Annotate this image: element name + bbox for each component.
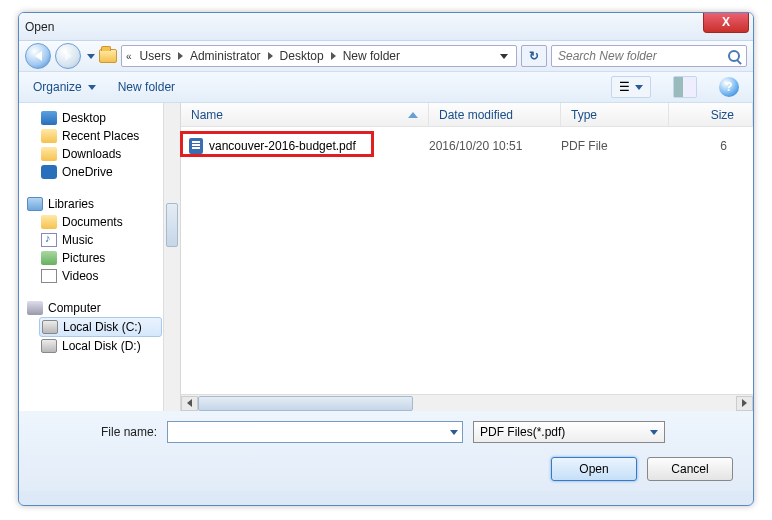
file-name: vancouver-2016-budget.pdf [209, 139, 356, 153]
tree-label: Desktop [62, 111, 106, 125]
breadcrumb-users[interactable]: Users [138, 49, 173, 63]
open-button[interactable]: Open [551, 457, 637, 481]
libraries-icon [27, 197, 43, 211]
nav-tree: Desktop Recent Places Downloads OneDrive… [19, 103, 181, 411]
scroll-left-button[interactable] [181, 396, 198, 411]
filename-label: File name: [37, 425, 157, 439]
file-pane: Name Date modified Type Size vancouver-2… [181, 103, 753, 411]
search-icon [728, 50, 740, 62]
organize-menu[interactable]: Organize [33, 80, 96, 94]
chevron-down-icon [635, 85, 643, 90]
organize-label: Organize [33, 80, 82, 94]
recent-icon [41, 129, 57, 143]
tree-music[interactable]: Music [19, 231, 180, 249]
col-date[interactable]: Date modified [429, 103, 561, 126]
tree-label: Pictures [62, 251, 105, 265]
breadcrumb-overflow-icon[interactable]: « [126, 51, 132, 62]
breadcrumb-desktop[interactable]: Desktop [278, 49, 326, 63]
horizontal-scrollbar[interactable] [181, 394, 753, 411]
cancel-button[interactable]: Cancel [647, 457, 733, 481]
tree-videos[interactable]: Videos [19, 267, 180, 285]
disk-icon [41, 339, 57, 353]
tree-scrollbar[interactable] [163, 103, 180, 411]
scroll-track[interactable] [198, 396, 736, 411]
music-icon [41, 233, 57, 247]
search-box[interactable] [551, 45, 747, 67]
col-label: Name [191, 108, 223, 122]
col-name[interactable]: Name [181, 103, 429, 126]
tree-computer[interactable]: Computer [19, 299, 180, 317]
filename-input[interactable] [168, 425, 444, 439]
cloud-icon [41, 165, 57, 179]
refresh-button[interactable]: ↻ [521, 45, 547, 67]
downloads-icon [41, 147, 57, 161]
preview-pane-button[interactable] [673, 76, 697, 98]
tree-label: Local Disk (C:) [63, 320, 142, 334]
titlebar: Open X [19, 13, 753, 41]
tree-disk-d[interactable]: Local Disk (D:) [19, 337, 180, 355]
filename-combo[interactable] [167, 421, 463, 443]
view-mode-button[interactable]: ☰ [611, 76, 651, 98]
triangle-right-icon [742, 399, 747, 407]
breadcrumb[interactable]: « Users Administrator Desktop New folder [121, 45, 517, 67]
chevron-right-icon [268, 52, 273, 60]
triangle-left-icon [187, 399, 192, 407]
tree-desktop[interactable]: Desktop [19, 109, 180, 127]
breadcrumb-dropdown-icon[interactable] [500, 54, 508, 59]
tree-pictures[interactable]: Pictures [19, 249, 180, 267]
tree-recent[interactable]: Recent Places [19, 127, 180, 145]
new-folder-button[interactable]: New folder [118, 80, 175, 94]
back-button[interactable] [25, 43, 51, 69]
tree-documents[interactable]: Documents [19, 213, 180, 231]
scrollbar-thumb[interactable] [166, 203, 178, 247]
history-dropdown[interactable] [87, 54, 95, 59]
videos-icon [41, 269, 57, 283]
forward-button[interactable] [55, 43, 81, 69]
chevron-down-icon [650, 430, 658, 435]
filetype-filter[interactable]: PDF Files(*.pdf) [473, 421, 665, 443]
arrow-right-icon [65, 51, 72, 61]
help-button[interactable]: ? [719, 77, 739, 97]
chevron-down-icon [450, 430, 458, 435]
filename-dropdown[interactable] [444, 430, 462, 435]
pdf-file-icon [189, 138, 203, 154]
tree-onedrive[interactable]: OneDrive [19, 163, 180, 181]
toolbar: Organize New folder ☰ ? [19, 71, 753, 103]
file-date: 2016/10/20 10:51 [429, 139, 561, 153]
tree-label: Videos [62, 269, 98, 283]
scroll-right-button[interactable] [736, 396, 753, 411]
tree-label: Downloads [62, 147, 121, 161]
tree-label: Local Disk (D:) [62, 339, 141, 353]
tree-label: Documents [62, 215, 123, 229]
chevron-right-icon [178, 52, 183, 60]
file-row[interactable]: vancouver-2016-budget.pdf 2016/10/20 10:… [181, 135, 753, 157]
scrollbar-thumb[interactable] [198, 396, 413, 411]
close-button[interactable]: X [703, 12, 749, 33]
breadcrumb-newfolder[interactable]: New folder [341, 49, 402, 63]
col-type[interactable]: Type [561, 103, 669, 126]
arrow-left-icon [35, 51, 42, 61]
tree-label: Libraries [48, 197, 94, 211]
desktop-icon [41, 111, 57, 125]
documents-icon [41, 215, 57, 229]
tree-label: Music [62, 233, 93, 247]
tree-label: OneDrive [62, 165, 113, 179]
view-icon: ☰ [619, 80, 630, 94]
sort-asc-icon [408, 112, 418, 118]
disk-icon [42, 320, 58, 334]
file-list: vancouver-2016-budget.pdf 2016/10/20 10:… [181, 127, 753, 394]
chevron-down-icon [88, 85, 96, 90]
col-size[interactable]: Size [669, 103, 753, 126]
tree-label: Computer [48, 301, 101, 315]
tree-label: Recent Places [62, 129, 139, 143]
filter-label: PDF Files(*.pdf) [480, 425, 565, 439]
tree-downloads[interactable]: Downloads [19, 145, 180, 163]
file-type: PDF File [561, 139, 669, 153]
column-headers: Name Date modified Type Size [181, 103, 753, 127]
tree-disk-c[interactable]: Local Disk (C:) [39, 317, 162, 337]
search-input[interactable] [558, 49, 728, 63]
pictures-icon [41, 251, 57, 265]
breadcrumb-administrator[interactable]: Administrator [188, 49, 263, 63]
folder-icon [99, 49, 117, 63]
tree-libraries[interactable]: Libraries [19, 195, 180, 213]
